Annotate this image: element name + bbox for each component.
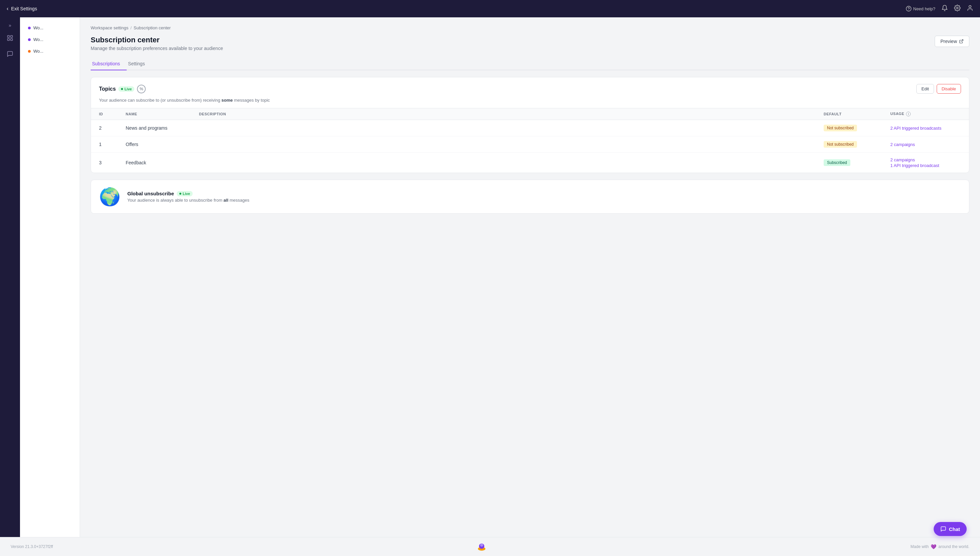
topics-description: Your audience can subscribe to (or unsub… bbox=[91, 96, 969, 108]
table-header-row: ID NAME DESCRIPTION DEFAULT USAGE i bbox=[91, 108, 969, 120]
row-usage-2: 2 campaigns bbox=[882, 136, 969, 153]
footer-made-with: Made with 💜 around the world. bbox=[911, 544, 969, 550]
page-title: Subscription center bbox=[90, 36, 223, 44]
usage-link-1-0[interactable]: 2 API triggered broadcasts bbox=[890, 126, 961, 131]
expand-sidebar-button[interactable]: » bbox=[9, 23, 11, 28]
svg-point-8 bbox=[480, 543, 483, 547]
col-name: NAME bbox=[118, 108, 191, 120]
sidebar-item-label-2: Wo... bbox=[33, 37, 44, 42]
main-content: Workspace settings / Subscription center… bbox=[80, 17, 980, 537]
heart-icon: 💜 bbox=[931, 544, 936, 550]
row-id-1: 2 bbox=[91, 120, 118, 136]
row-desc-2 bbox=[191, 136, 816, 153]
topics-live-badge: Live bbox=[118, 86, 134, 92]
bell-icon bbox=[941, 5, 948, 11]
sidebar-dot-1 bbox=[28, 27, 31, 29]
row-desc-3 bbox=[191, 153, 816, 173]
svg-rect-2 bbox=[8, 36, 10, 38]
breadcrumb: Workspace settings / Subscription center bbox=[90, 25, 969, 30]
svg-rect-4 bbox=[8, 39, 10, 40]
row-id-3: 3 bbox=[91, 153, 118, 173]
default-badge-1: Not subscribed bbox=[824, 124, 857, 131]
svg-rect-3 bbox=[11, 36, 13, 38]
row-name-3: Feedback bbox=[118, 153, 191, 173]
preview-label: Preview bbox=[940, 39, 957, 44]
table-row: 1 Offers Not subscribed 2 campaigns bbox=[91, 136, 969, 153]
exit-settings-button[interactable]: Exit Settings bbox=[11, 6, 37, 11]
col-default: DEFAULT bbox=[816, 108, 882, 120]
page-header: Subscription center Manage the subscript… bbox=[90, 36, 969, 51]
globe-emoji: 🌍 bbox=[99, 188, 121, 205]
topics-card: Topics Live % Edit Disable Your audience… bbox=[90, 77, 969, 173]
chat-icon bbox=[940, 526, 946, 532]
sidebar-dot-3 bbox=[28, 50, 31, 53]
notifications-button[interactable] bbox=[941, 5, 948, 13]
footer: Version 21.3.0+3727f2ff Made with 💜 arou… bbox=[0, 537, 980, 556]
usage-link-2-0[interactable]: 2 campaigns bbox=[890, 142, 961, 147]
global-description: Your audience is always able to unsubscr… bbox=[128, 198, 249, 203]
edit-button[interactable]: Edit bbox=[916, 84, 934, 94]
topics-info-icon[interactable]: % bbox=[137, 85, 146, 93]
row-id-2: 1 bbox=[91, 136, 118, 153]
table-row: 3 Feedback Subscribed 2 campaigns 1 API … bbox=[91, 153, 969, 173]
chat-button[interactable]: Chat bbox=[934, 522, 967, 536]
row-desc-1 bbox=[191, 120, 816, 136]
global-unsubscribe-card: 🌍 Global unsubscribe Live Your audience … bbox=[90, 179, 969, 214]
svg-point-0 bbox=[906, 6, 911, 11]
global-live-dot bbox=[179, 193, 181, 195]
preview-button[interactable]: Preview bbox=[935, 36, 969, 47]
external-link-icon bbox=[959, 39, 964, 44]
logo-icon bbox=[476, 541, 487, 552]
help-icon bbox=[906, 6, 912, 12]
breadcrumb-current: Subscription center bbox=[134, 25, 171, 30]
svg-rect-5 bbox=[11, 39, 13, 40]
default-badge-2: Not subscribed bbox=[824, 141, 857, 148]
topics-header: Topics Live % Edit Disable bbox=[91, 78, 969, 96]
global-live-badge: Live bbox=[177, 191, 193, 196]
usage-link-3-0[interactable]: 2 campaigns bbox=[890, 157, 961, 162]
need-help-label: Need help? bbox=[913, 6, 936, 11]
sidebar-item-3[interactable]: Wo... bbox=[23, 46, 77, 57]
table-row: 2 News and programs Not subscribed 2 API… bbox=[91, 120, 969, 136]
user-button[interactable] bbox=[967, 5, 974, 13]
row-name-1: News and programs bbox=[118, 120, 191, 136]
live-dot bbox=[121, 88, 123, 90]
tabs: Subscriptions Settings bbox=[90, 58, 969, 70]
row-default-1: Not subscribed bbox=[816, 120, 882, 136]
row-default-2: Not subscribed bbox=[816, 136, 882, 153]
topics-table: ID NAME DESCRIPTION DEFAULT USAGE i 2 Ne… bbox=[91, 108, 969, 173]
sidebar-rail: » bbox=[0, 17, 20, 537]
sidebar-dot-2 bbox=[28, 38, 31, 41]
col-id: ID bbox=[91, 108, 118, 120]
row-default-3: Subscribed bbox=[816, 153, 882, 173]
default-badge-3: Subscribed bbox=[824, 159, 850, 166]
sidebar-item-label-3: Wo... bbox=[33, 48, 44, 54]
sidebar-item-label-1: Wo... bbox=[33, 25, 44, 30]
col-usage: USAGE i bbox=[882, 108, 969, 120]
row-name-2: Offers bbox=[118, 136, 191, 153]
sidebar-item-2[interactable]: Wo... bbox=[23, 34, 77, 45]
tab-subscriptions[interactable]: Subscriptions bbox=[90, 58, 127, 70]
need-help-button[interactable]: Need help? bbox=[906, 6, 936, 12]
global-title: Global unsubscribe Live bbox=[128, 191, 249, 196]
breadcrumb-workspace[interactable]: Workspace settings bbox=[90, 25, 128, 30]
back-icon: ‹ bbox=[6, 6, 8, 12]
rail-icon-messages[interactable] bbox=[4, 48, 16, 60]
sidebar-secondary: Wo... Wo... Wo... bbox=[20, 17, 80, 537]
topbar: ‹ Exit Settings Need help? bbox=[0, 0, 980, 17]
col-description: DESCRIPTION bbox=[191, 108, 816, 120]
topics-title: Topics bbox=[99, 86, 116, 92]
row-usage-1: 2 API triggered broadcasts bbox=[882, 120, 969, 136]
usage-link-3-1[interactable]: 1 API triggered broadcast bbox=[890, 163, 961, 168]
disable-button[interactable]: Disable bbox=[936, 84, 961, 94]
user-icon bbox=[967, 5, 974, 11]
sidebar-item-1[interactable]: Wo... bbox=[23, 23, 77, 33]
chat-label: Chat bbox=[949, 526, 960, 532]
usage-info-icon[interactable]: i bbox=[906, 112, 911, 116]
global-card-content: 🌍 Global unsubscribe Live Your audience … bbox=[91, 180, 969, 213]
breadcrumb-separator: / bbox=[130, 25, 132, 30]
rail-icon-dashboard[interactable] bbox=[4, 32, 16, 44]
settings-button[interactable] bbox=[954, 5, 961, 13]
svg-point-1 bbox=[957, 7, 958, 9]
tab-settings[interactable]: Settings bbox=[127, 58, 152, 70]
